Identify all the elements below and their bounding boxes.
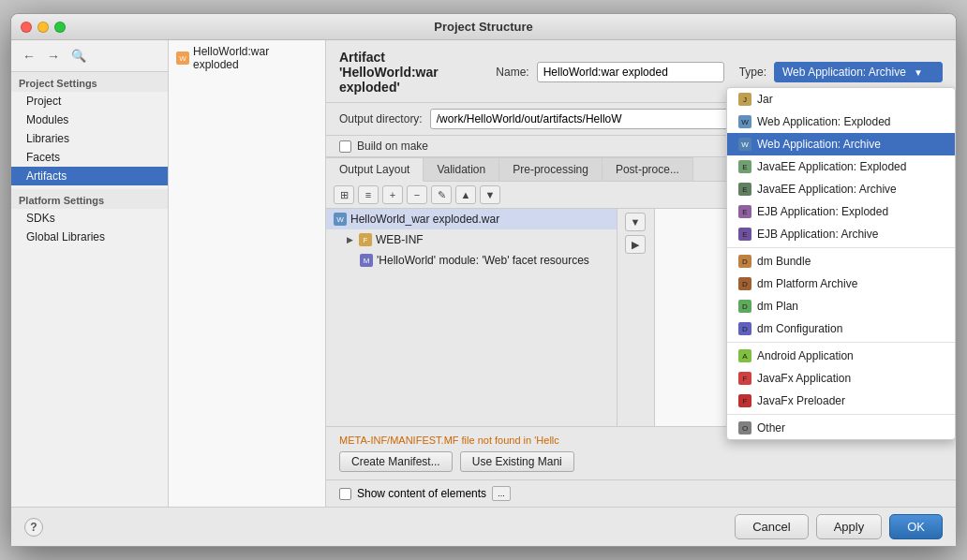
dropdown-item-javafx-pre[interactable]: F JavaFx Preloader <box>727 390 955 412</box>
add-btn[interactable]: + <box>382 185 403 204</box>
move-right-btn[interactable]: ▶ <box>625 235 646 254</box>
main-area: Artifact 'HelloWorld:war exploded' Name:… <box>326 40 956 507</box>
name-label: Name: <box>496 66 528 79</box>
type-dropdown[interactable]: Web Application: Archive ▼ <box>774 62 943 82</box>
forward-button[interactable]: → <box>43 47 64 66</box>
artifact-item-webinf[interactable]: ▶ F WEB-INF <box>326 229 617 250</box>
dropdown-item-ejb-archive[interactable]: E EJB Application: Archive <box>727 223 955 245</box>
up-btn[interactable]: ▲ <box>455 185 476 204</box>
dropdown-javaee-archive-label: JavaEE Application: Archive <box>757 183 897 196</box>
show-content-label: Show content of elements <box>357 487 486 500</box>
dropdown-javafx-label: JavaFx Application <box>757 372 851 385</box>
sidebar-item-modules[interactable]: Modules <box>11 111 168 129</box>
minimize-button[interactable] <box>37 22 49 33</box>
dropdown-item-jar[interactable]: J Jar <box>727 88 955 111</box>
ok-button[interactable]: OK <box>889 514 943 539</box>
webapp-icon: W <box>738 115 751 128</box>
project-list-item[interactable]: W HelloWorld:war exploded <box>169 40 325 76</box>
create-manifest-button[interactable]: Create Manifest... <box>339 451 453 472</box>
maximize-button[interactable] <box>54 22 66 33</box>
dropdown-item-javaee-archive[interactable]: E JavaEE Application: Archive <box>727 178 955 200</box>
sidebar-item-libraries[interactable]: Libraries <box>11 129 168 148</box>
sidebar-item-facets[interactable]: Facets <box>11 148 168 167</box>
name-input[interactable] <box>537 62 724 82</box>
dropdown-javafx-pre-label: JavaFx Preloader <box>757 394 845 407</box>
dm-config-icon: D <box>738 322 751 335</box>
sidebar-item-artifacts[interactable]: Artifacts <box>11 167 168 185</box>
dropdown-item-javafx[interactable]: F JavaFx Application <box>727 367 955 390</box>
output-label: Output directory: <box>339 112 423 125</box>
dropdown-web-archive-label: Web Application: Archive <box>757 138 881 151</box>
dropdown-item-other[interactable]: O Other <box>727 417 955 439</box>
other-icon: O <box>738 421 751 435</box>
web-icon: M <box>360 254 373 267</box>
sidebar-item-project[interactable]: Project <box>11 92 168 111</box>
sidebar-item-sdks[interactable]: SDKs <box>11 209 168 228</box>
down-btn[interactable]: ▼ <box>480 185 500 204</box>
dropdown-other-label: Other <box>757 421 785 435</box>
dropdown-dm-plan-label: dm Plan <box>757 300 798 313</box>
dropdown-item-web-archive[interactable]: W Web Application: Archive <box>727 133 955 155</box>
artifacts-right-toolbar: ▼ ▶ <box>617 209 655 426</box>
expand-arrow: ▶ <box>347 235 353 244</box>
artifact-webinf-label: WEB-INF <box>376 233 424 246</box>
dropdown-item-android[interactable]: A Android Application <box>727 345 955 367</box>
search-button[interactable]: 🔍 <box>67 47 90 65</box>
dropdown-item-dm-plan[interactable]: D dm Plan <box>727 295 955 317</box>
project-settings-header: Project Settings <box>11 72 168 92</box>
type-dropdown-overlay: J Jar W Web Application: Exploded W Web … <box>726 87 956 440</box>
apply-button[interactable]: Apply <box>816 514 883 539</box>
tab-pre-processing[interactable]: Pre-processing <box>499 157 603 181</box>
artifact-war-label: HelloWorld_war exploded.war <box>350 213 499 226</box>
title-bar: Project Structure <box>11 14 956 40</box>
dropdown-item-dm-bundle[interactable]: D dm Bundle <box>727 250 955 273</box>
sidebar-item-global-libraries[interactable]: Global Libraries <box>11 228 168 246</box>
bottom-left: ? <box>24 518 43 537</box>
show-content-more-btn[interactable]: ... <box>492 486 511 501</box>
project-structure-dialog: Project Structure ← → 🔍 Project Settings… <box>10 13 957 547</box>
artifact-item-war[interactable]: W HelloWorld_war exploded.war <box>326 209 617 229</box>
move-down-btn[interactable]: ▼ <box>625 213 646 231</box>
dropdown-item-ejb-exploded[interactable]: E EJB Application: Exploded <box>727 200 955 223</box>
dropdown-dm-bundle-label: dm Bundle <box>757 255 811 268</box>
tab-post-processing[interactable]: Post-proce... <box>603 157 693 181</box>
back-button[interactable]: ← <box>19 47 39 66</box>
dm-icon: D <box>738 255 751 268</box>
remove-btn[interactable]: − <box>407 185 427 204</box>
tab-validation[interactable]: Validation <box>424 157 499 181</box>
dropdown-ejb-exploded-label: EJB Application: Exploded <box>757 205 888 218</box>
layout-icon-btn[interactable]: ⊞ <box>334 185 354 204</box>
dialog-content: ← → 🔍 Project Settings Project Modules L… <box>11 40 956 507</box>
cancel-button[interactable]: Cancel <box>735 514 808 539</box>
project-item-label: HelloWorld:war exploded <box>193 45 318 71</box>
show-content-checkbox[interactable] <box>339 488 351 500</box>
artifacts-list: W HelloWorld_war exploded.war ▶ F WEB-IN… <box>326 209 617 426</box>
dropdown-item-dm-config[interactable]: D dm Configuration <box>727 317 955 340</box>
dropdown-item-javaee-exploded[interactable]: E JavaEE Application: Exploded <box>727 155 955 178</box>
dropdown-arrow: ▼ <box>914 67 923 78</box>
sort-icon-btn[interactable]: ≡ <box>358 185 379 204</box>
window-title: Project Structure <box>434 20 532 34</box>
war-icon: W <box>334 213 347 226</box>
help-button[interactable]: ? <box>24 518 43 537</box>
dropdown-item-dm-platform[interactable]: D dm Platform Archive <box>727 273 955 295</box>
artifact-item-module[interactable]: M 'HelloWorld' module: 'Web' facet resou… <box>326 250 617 271</box>
dropdown-item-web-exploded[interactable]: W Web Application: Exploded <box>727 111 955 133</box>
project-item-icon: W <box>176 52 189 65</box>
sidebar: ← → 🔍 Project Settings Project Modules L… <box>11 40 169 507</box>
name-row: Name: Type: Web Application: Archive ▼ <box>496 62 943 82</box>
jar-icon: J <box>738 93 751 106</box>
dropdown-separator-3 <box>727 414 955 415</box>
edit-btn[interactable]: ✎ <box>431 185 452 204</box>
dropdown-web-exploded-label: Web Application: Exploded <box>757 115 891 128</box>
javafx-icon: F <box>738 372 751 385</box>
type-label: Type: <box>739 66 766 79</box>
dropdown-jar-label: Jar <box>757 93 773 106</box>
dropdown-ejb-archive-label: EJB Application: Archive <box>757 228 878 241</box>
tab-output-layout[interactable]: Output Layout <box>326 157 424 182</box>
manifest-buttons: Create Manifest... Use Existing Mani <box>339 451 943 472</box>
use-existing-button[interactable]: Use Existing Mani <box>460 451 574 472</box>
build-on-make-checkbox[interactable] <box>339 140 351 153</box>
ejb-archive-icon: E <box>738 228 751 241</box>
close-button[interactable] <box>21 22 32 33</box>
